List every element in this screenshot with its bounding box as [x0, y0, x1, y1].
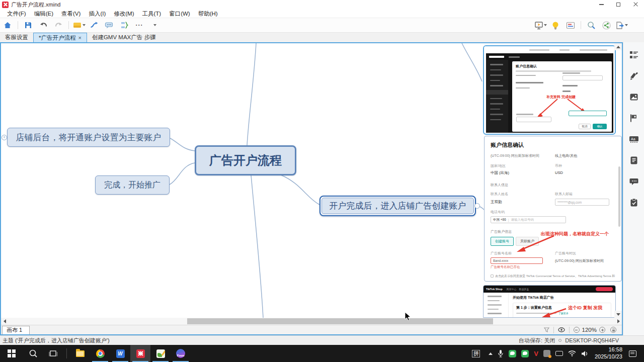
task-view-icon[interactable]	[43, 345, 63, 362]
fit-view-icon[interactable]	[610, 327, 616, 333]
shotA-page: 账户信息确认 补充资料 完成创建	[486, 53, 613, 133]
file-explorer-icon[interactable]	[70, 345, 90, 362]
windows-taskbar: W Foun 拼 V	[0, 345, 644, 362]
home-icon[interactable]	[1, 19, 14, 31]
export-icon[interactable]	[615, 19, 628, 31]
scroll-right-icon[interactable]	[615, 318, 622, 325]
notification-center-icon[interactable]	[629, 350, 641, 357]
menu-insert[interactable]: 插入(I)	[85, 9, 110, 18]
share-icon[interactable]	[600, 19, 613, 31]
xmind-app-icon	[2, 2, 9, 8]
wechat-icon[interactable]	[509, 350, 516, 357]
undo-icon[interactable]	[37, 19, 50, 31]
menu-window[interactable]: 窗口(W)	[165, 9, 194, 18]
hscroll-thumb[interactable]	[187, 318, 493, 324]
editor-app-icon[interactable]	[150, 345, 171, 362]
tab-customer-service[interactable]: 客服设置	[0, 33, 33, 42]
chrome-icon[interactable]	[90, 345, 110, 362]
sheet-icon[interactable]	[72, 19, 86, 31]
presentation-icon[interactable]	[534, 19, 547, 31]
redo-icon[interactable]	[52, 19, 65, 31]
marker-flag-icon[interactable]	[627, 112, 640, 125]
microphone-icon[interactable]	[498, 349, 504, 357]
scroll-left-icon[interactable]	[1, 318, 8, 325]
menu-view[interactable]: 查看(V)	[57, 9, 85, 18]
mindmap-canvas[interactable]: 店铺后台，将开通账户设置为主要账户 + 完成，开始推广 广告开户流程 开户完成后…	[0, 42, 623, 335]
zoom-controls: 120%	[541, 327, 619, 333]
central-topic[interactable]: 广告开户流程	[195, 145, 296, 175]
relationship-icon[interactable]	[88, 19, 101, 31]
summary-icon[interactable]	[118, 19, 131, 31]
shotC-red-badge	[596, 287, 613, 291]
format-sidebar: Aa	[623, 42, 644, 335]
more-tools-icon[interactable]: ···	[133, 19, 146, 31]
screenshot-node-start-ads[interactable]: TikTok Shop 商家中心 数据罗盘 开始使用 TikTok 商店广告	[483, 285, 616, 318]
shotC-body: 开始使用 TikTok 商店广告 第 1 步：设置账户信息 了解更多	[484, 293, 615, 318]
close-button[interactable]	[627, 0, 644, 9]
eye-icon[interactable]	[558, 327, 565, 332]
menu-modify[interactable]: 修改(M)	[110, 9, 138, 18]
xmind-taskbar-icon[interactable]	[130, 345, 150, 362]
volume-icon[interactable]	[581, 350, 588, 357]
sheet-tab-canvas1[interactable]: 画布 1	[2, 326, 30, 334]
notes-icon[interactable]	[627, 154, 640, 167]
comment-icon[interactable]	[627, 175, 640, 188]
toolbar-dropdown-icon[interactable]	[148, 19, 161, 31]
zoom-out-icon[interactable]	[574, 327, 580, 333]
label-icon[interactable]: Aa	[627, 133, 640, 146]
menu-help[interactable]: 帮助(H)	[194, 9, 222, 18]
style-card-icon[interactable]	[564, 19, 577, 31]
screen: 广告开户流程.xmind 文件(F) 编辑(E) 查看(V) 插入(I) 修改(…	[0, 0, 644, 362]
foun-app-icon[interactable]: Foun	[171, 345, 191, 362]
image-icon[interactable]	[627, 90, 640, 104]
minimize-button[interactable]	[593, 0, 610, 9]
topic-open-account-selected[interactable]: 开户完成后，进入店铺广告创建账户	[319, 196, 476, 216]
wifi-icon[interactable]	[568, 350, 576, 356]
device-tray-icon[interactable]	[555, 351, 563, 356]
topic-finish-promote[interactable]: 完成，开始推广	[95, 175, 170, 195]
child-handle-icon[interactable]	[474, 203, 480, 209]
idea-bulb-icon[interactable]	[549, 19, 562, 31]
sheet-bar: 画布 1 120%	[1, 325, 622, 334]
tab-ad-account-flow[interactable]: *广告开户流程 ×	[33, 33, 87, 42]
save-icon[interactable]	[22, 19, 35, 31]
start-button[interactable]	[0, 345, 23, 362]
tab-gmv-max[interactable]: 创建GMV MAX广告 步骤	[87, 33, 161, 42]
terms-checkbox	[491, 275, 494, 278]
red-v-app-icon[interactable]: V	[534, 350, 538, 357]
sync-dot-icon	[558, 339, 561, 342]
menu-tools[interactable]: 工具(T)	[138, 9, 165, 18]
mouse-cursor	[405, 312, 413, 322]
menu-edit[interactable]: 编辑(E)	[30, 9, 57, 18]
menu-file[interactable]: 文件(F)	[3, 9, 30, 18]
taskbar-clock[interactable]: 16:582025/10/23	[595, 346, 622, 360]
zoom-in-icon[interactable]	[599, 327, 605, 333]
collapse-handle-icon[interactable]: +	[2, 135, 7, 140]
scroll-up-icon[interactable]	[614, 43, 622, 50]
shotC-arrow	[540, 308, 570, 318]
toolbar: ···	[0, 18, 644, 33]
tab-close-icon[interactable]: ×	[78, 35, 81, 41]
wechat-icon-2[interactable]	[521, 350, 529, 357]
horizontal-scrollbar[interactable]	[1, 318, 622, 325]
topic-shop-backend[interactable]: 店铺后台，将开通账户设置为主要账户	[7, 128, 170, 147]
device-name: DESKTOP-RQ5H4FV	[565, 337, 619, 343]
outline-structure-icon[interactable]	[627, 48, 640, 61]
tray-expand-icon[interactable]	[489, 352, 493, 355]
zoom-search-icon[interactable]	[585, 19, 598, 31]
ime-indicator[interactable]: 拼	[472, 350, 480, 357]
taskbar-search-icon[interactable]	[23, 345, 43, 362]
scroll-down-icon[interactable]	[614, 311, 622, 318]
filter-icon[interactable]	[544, 327, 549, 332]
vertical-scrollbar[interactable]	[614, 43, 622, 318]
tray-app-icon[interactable]	[543, 350, 550, 357]
blue-app-icon[interactable]: W	[110, 345, 130, 362]
screenshot-node-account-confirm[interactable]: 账户信息确认 补充资料 完成创建	[483, 45, 616, 135]
callout-icon[interactable]	[103, 19, 116, 31]
window-title: 广告开户流程.xmind	[11, 1, 60, 9]
task-clipboard-icon[interactable]	[627, 196, 640, 209]
restore-button[interactable]	[610, 0, 627, 9]
status-selected-topic: 主题 ('开户完成后，进入店铺广告创建账户')	[3, 337, 110, 344]
screenshot-node-account-form[interactable]: 账户信息确认 (UTC-09:00) 阿拉斯加标准时间 线上电商/其他 国家/地…	[484, 136, 622, 282]
format-brush-icon[interactable]	[627, 69, 640, 82]
